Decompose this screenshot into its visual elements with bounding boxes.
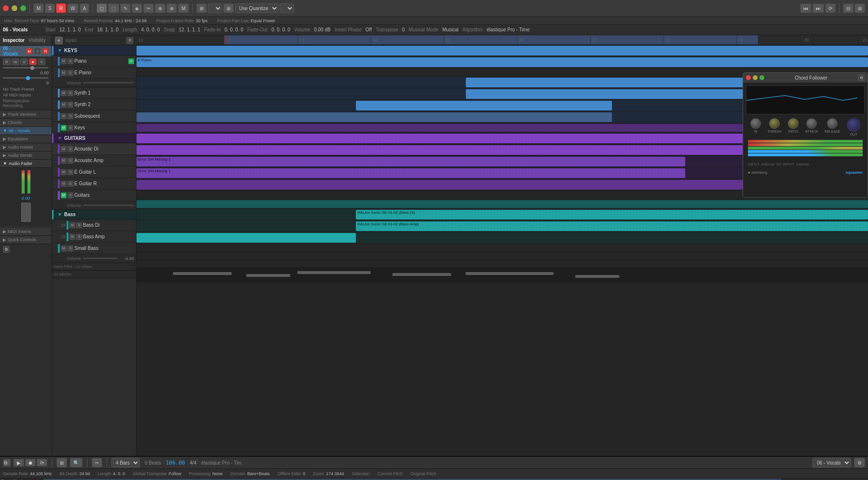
bass-di-solo[interactable]: S <box>76 222 82 228</box>
settings-btn[interactable]: ⚙ <box>126 37 133 44</box>
inspector-solo[interactable]: S <box>34 48 41 55</box>
bass-di-mute[interactable]: M <box>69 222 75 228</box>
track-header-small-bass[interactable]: M S Small Bass <box>52 243 136 254</box>
epiano-clip[interactable]: E Piano <box>136 57 868 67</box>
piano-solo[interactable]: S <box>68 58 73 64</box>
bottom-more-btn[interactable]: ⚙ <box>854 458 865 467</box>
mute-tool[interactable]: M <box>178 3 189 13</box>
r-button[interactable]: R <box>56 3 66 13</box>
guitars-vol-slider[interactable] <box>83 205 134 206</box>
glue-tool[interactable]: ⊕ <box>155 3 165 13</box>
track-select-bottom[interactable]: 06 - Vocals <box>813 458 851 467</box>
small-bass-clip[interactable] <box>136 233 356 243</box>
track-group-keys[interactable]: ▼ KEYS <box>52 46 136 55</box>
quantize-button[interactable]: ⊞ <box>223 3 234 13</box>
small-bass-vol-slider[interactable] <box>83 258 118 259</box>
track-header-acoustic-amp[interactable]: M S Acoustic Amp <box>52 155 136 166</box>
synth2-solo[interactable]: S <box>68 102 73 108</box>
synth2-mute[interactable]: M <box>61 102 67 108</box>
plugin-knob-5[interactable] <box>827 118 838 129</box>
plugin-settings[interactable]: ⚙ <box>858 74 865 81</box>
piano-mute[interactable]: M <box>61 58 67 64</box>
w-button[interactable]: W <box>67 3 78 13</box>
write-btn[interactable]: W <box>12 58 19 65</box>
small-bass-mute[interactable]: M <box>61 246 67 251</box>
volume-knob[interactable] <box>30 66 34 70</box>
eguitar-r-solo[interactable]: S <box>68 181 73 187</box>
snap-button[interactable]: ⊞ <box>196 3 207 13</box>
range-tool[interactable]: ⬚ <box>108 3 119 13</box>
bottom-record-btn[interactable]: ⏺ <box>25 459 36 466</box>
small-bass-lane[interactable] <box>136 232 868 244</box>
keys-mute[interactable]: M <box>61 125 67 131</box>
inspector-btn[interactable]: ⊞ <box>854 3 865 13</box>
inspector-chords[interactable]: ▶ Chords <box>0 119 52 127</box>
add-track-button[interactable]: + <box>55 37 63 44</box>
track-header-eguitar-l[interactable]: M S E Guitar L <box>52 166 136 178</box>
bottom-settings-btn[interactable]: ⚙ <box>3 459 11 466</box>
acoustic-di-mute[interactable]: M <box>61 146 67 152</box>
bass-amp-clip[interactable]: HALion Sonic SE 01-02 (Bass Amp) <box>356 221 868 231</box>
minimize-btn[interactable] <box>12 5 17 11</box>
plugin-knob-4[interactable] <box>806 118 817 129</box>
quantize-value-select[interactable]: 1/8 <box>280 3 294 13</box>
acoustic-di-solo[interactable]: S <box>68 146 73 152</box>
inspector-mute[interactable]: M <box>26 48 32 55</box>
track-header-acoustic-di[interactable]: M S Acoustic Di <box>52 143 136 155</box>
track-header-synth2[interactable]: M S Synth 2 <box>52 99 136 110</box>
m-button[interactable]: M <box>33 3 44 13</box>
plugin-minimize[interactable] <box>753 75 758 80</box>
track-header-keys[interactable]: M S Keys <box>52 122 136 134</box>
subsequent-mute[interactable]: M <box>61 113 67 119</box>
track-group-bass[interactable]: ▼ Bass <box>52 210 136 219</box>
plugin-close[interactable] <box>746 75 751 80</box>
lane-btn[interactable]: ≡ <box>38 58 45 65</box>
piano-clip[interactable] <box>136 46 868 55</box>
visibility-tab[interactable]: Visibility <box>28 38 46 43</box>
bottom-scissors-btn[interactable]: ✂ <box>92 458 102 467</box>
plugin-knob-1[interactable] <box>750 118 761 129</box>
track-header-subsequent[interactable]: M S Subsequent <box>52 110 136 122</box>
inspector-tab[interactable]: Inspector <box>3 38 25 43</box>
keys-clip[interactable] <box>136 112 612 122</box>
inspector-sends[interactable]: ▶ Audio Sends <box>0 151 52 160</box>
inspector-fader-section[interactable]: ▼ Audio Fader <box>0 160 52 168</box>
close-btn[interactable] <box>3 5 9 11</box>
track-header-piano[interactable]: M S Piano ⊙ <box>52 55 136 67</box>
pan-slider[interactable] <box>3 77 49 79</box>
track-header-synth1[interactable]: M S Synth 1 <box>52 87 136 99</box>
epiano-mute[interactable]: M <box>61 70 67 76</box>
bass-di-clip[interactable]: HALion Sonic SE 01-02 (Bass Di) <box>356 210 868 219</box>
inspector-vocals-section[interactable]: ▼ 06 - Vocals <box>0 127 52 135</box>
keys-solo[interactable]: S <box>68 125 73 131</box>
plugin-knob-3[interactable] <box>788 118 799 129</box>
fader-slider[interactable] <box>21 203 31 222</box>
track-header-bass-di[interactable]: 24 M S Bass Di <box>52 219 136 231</box>
acoustic-amp-mute[interactable]: M <box>61 158 67 164</box>
pan-knob[interactable] <box>26 76 30 80</box>
bottom-loop-btn[interactable]: ⟳ <box>37 459 47 466</box>
midi-input[interactable]: All MIDI Inputs <box>3 93 49 97</box>
time-sig-select[interactable]: 4 Bars <box>111 458 140 467</box>
bass-amp-solo[interactable]: S <box>76 234 82 240</box>
bass-amp-mute[interactable]: M <box>69 234 75 240</box>
eguitar-r-mute[interactable]: M <box>61 181 67 187</box>
volume-slider[interactable] <box>3 67 49 69</box>
plugin-knob-2[interactable] <box>769 118 780 129</box>
plugin-maximize[interactable] <box>760 75 764 80</box>
inspector-equalizers[interactable]: ▶ Equalizers <box>0 135 52 143</box>
quantize-select[interactable]: Use Quantize <box>235 3 279 13</box>
track-header-guitars[interactable]: M S Guitars <box>52 190 136 201</box>
track-header-epiano[interactable]: M S E Piano <box>52 67 136 79</box>
eguitar-l-clip[interactable]: Error 394 Melody 1 <box>136 157 685 166</box>
rec-enable-btn[interactable]: ● <box>29 58 37 65</box>
settings-icon[interactable]: ⚙ <box>3 246 10 253</box>
midi-lane[interactable] <box>136 268 868 282</box>
split-tool[interactable]: ✂ <box>143 3 154 13</box>
zoom-tool[interactable]: ⊕ <box>166 3 177 13</box>
bass-group-lane[interactable] <box>136 199 868 209</box>
subsequent-solo[interactable]: S <box>68 113 73 119</box>
eguitar-r-clip[interactable]: Error 394 Melody 1 <box>136 168 685 178</box>
forward-btn[interactable]: ⏭ <box>813 3 824 13</box>
bottom-play-btn[interactable]: ▶ <box>14 459 24 466</box>
